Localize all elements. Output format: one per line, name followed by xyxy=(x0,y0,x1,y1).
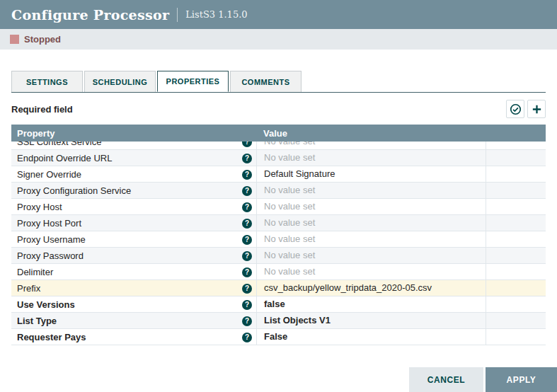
property-value[interactable]: False xyxy=(256,329,486,345)
property-name: Delimiter xyxy=(17,265,53,280)
question-circle-icon: ? xyxy=(242,284,252,294)
property-value[interactable]: false xyxy=(256,296,486,313)
property-value[interactable]: No value set xyxy=(256,215,486,231)
circle-check-icon xyxy=(510,103,522,115)
row-extra-cell xyxy=(486,313,546,329)
property-value[interactable]: No value set xyxy=(256,231,486,248)
property-cell: Proxy Password? xyxy=(11,248,256,264)
property-cell: Proxy Host? xyxy=(11,199,256,215)
column-header-property: Property xyxy=(11,128,256,139)
property-value[interactable]: No value set xyxy=(256,142,486,150)
table-row[interactable]: Delimiter?No value set xyxy=(11,264,546,280)
property-cell: Signer Override? xyxy=(11,166,256,183)
property-name: Use Versions xyxy=(17,297,75,313)
property-cell: Proxy Username? xyxy=(11,231,256,248)
question-circle-icon: ? xyxy=(242,267,252,277)
row-extra-cell xyxy=(486,199,546,215)
dialog-content: SETTINGSSCHEDULINGPROPERTIESCOMMENTS Req… xyxy=(0,71,557,345)
table-row[interactable]: Proxy Host?No value set xyxy=(11,199,546,215)
table-row[interactable]: Requester Pays?False xyxy=(11,329,546,345)
row-extra-cell xyxy=(486,231,546,248)
question-circle-icon: ? xyxy=(242,170,252,180)
table-row[interactable]: List Type?List Objects V1 xyxy=(11,313,546,329)
property-cell: Prefix? xyxy=(11,280,256,296)
table-row[interactable]: Signer Override?Default Signature xyxy=(11,166,546,183)
column-header-value: Value xyxy=(256,128,486,139)
row-extra-cell xyxy=(486,248,546,264)
property-name: Proxy Username xyxy=(17,232,86,248)
table-row[interactable]: Proxy Password?No value set xyxy=(11,248,546,264)
question-circle-icon: ? xyxy=(242,142,252,147)
property-value[interactable]: No value set xyxy=(256,183,486,199)
property-cell: Use Versions? xyxy=(11,296,256,313)
tab-scheduling[interactable]: SCHEDULING xyxy=(84,71,156,92)
property-value[interactable]: No value set xyxy=(256,248,486,264)
property-value[interactable]: No value set xyxy=(256,264,486,280)
apply-button[interactable]: APPLY xyxy=(486,367,557,392)
property-value[interactable]: csv_backup/yellow_tripdata_2020-05.csv xyxy=(256,280,486,296)
property-name: List Type xyxy=(17,313,57,329)
property-name: Proxy Host Port xyxy=(17,216,81,231)
table-row[interactable]: Proxy Configuration Service?No value set xyxy=(11,183,546,199)
cancel-button[interactable]: CANCEL xyxy=(409,367,483,392)
table-row[interactable]: Proxy Host Port?No value set xyxy=(11,215,546,231)
property-name: Signer Override xyxy=(17,167,81,183)
row-extra-cell xyxy=(486,296,546,313)
required-field-label: Required field xyxy=(11,104,73,115)
status-bar: Stopped xyxy=(0,29,557,50)
row-extra-cell xyxy=(486,264,546,280)
toolbar-icons xyxy=(506,100,546,118)
row-extra-cell xyxy=(486,183,546,199)
question-circle-icon: ? xyxy=(242,316,252,326)
add-property-button[interactable] xyxy=(527,100,546,118)
row-extra-cell xyxy=(486,215,546,231)
property-value[interactable]: Default Signature xyxy=(256,166,486,183)
property-cell: SSL Context Service? xyxy=(11,142,256,150)
row-extra-cell xyxy=(486,166,546,183)
question-circle-icon: ? xyxy=(242,154,252,163)
question-circle-icon: ? xyxy=(242,186,252,196)
row-extra-cell xyxy=(486,280,546,296)
table-row[interactable]: Endpoint Override URL?No value set xyxy=(11,150,546,166)
tab-settings[interactable]: SETTINGS xyxy=(11,71,83,92)
table-row[interactable]: Use Versions?false xyxy=(11,296,546,313)
row-extra-cell xyxy=(486,329,546,345)
stopped-square-icon xyxy=(10,35,19,44)
table-header: Property Value xyxy=(11,125,546,142)
verify-properties-button[interactable] xyxy=(506,100,524,118)
property-value[interactable]: List Objects V1 xyxy=(256,313,486,329)
property-name: Prefix xyxy=(17,281,40,296)
property-cell: Requester Pays? xyxy=(11,329,256,345)
processor-name-version: ListS3 1.15.0 xyxy=(185,9,247,20)
question-circle-icon: ? xyxy=(242,251,252,261)
properties-toolbar: Required field xyxy=(11,99,546,119)
property-cell: List Type? xyxy=(11,313,256,329)
tab-properties[interactable]: PROPERTIES xyxy=(157,71,229,92)
property-cell: Delimiter? xyxy=(11,264,256,280)
tab-bar: SETTINGSSCHEDULINGPROPERTIESCOMMENTS xyxy=(11,71,546,93)
dialog-title: Configure Processor xyxy=(11,7,169,23)
question-circle-icon: ? xyxy=(242,300,252,310)
property-value[interactable]: No value set xyxy=(256,150,486,166)
properties-table: Property Value SSL Context Service?No va… xyxy=(11,125,546,345)
question-circle-icon: ? xyxy=(242,235,252,245)
plus-icon xyxy=(531,103,543,115)
property-name: Requester Pays xyxy=(17,330,86,345)
property-cell: Proxy Host Port? xyxy=(11,215,256,231)
tab-comments[interactable]: COMMENTS xyxy=(230,71,302,92)
status-label: Stopped xyxy=(24,34,61,45)
property-name: Proxy Password xyxy=(17,248,84,264)
property-cell: Proxy Configuration Service? xyxy=(11,183,256,199)
property-cell: Endpoint Override URL? xyxy=(11,150,256,166)
property-name: SSL Context Service xyxy=(17,142,101,150)
dialog-header: Configure Processor ListS3 1.15.0 xyxy=(0,0,557,29)
table-row[interactable]: Proxy Username?No value set xyxy=(11,231,546,248)
property-name: Proxy Configuration Service xyxy=(17,183,131,199)
row-extra-cell xyxy=(486,150,546,166)
table-row[interactable]: SSL Context Service?No value set xyxy=(11,142,546,150)
table-row[interactable]: Prefix?csv_backup/yellow_tripdata_2020-0… xyxy=(11,280,546,296)
question-circle-icon: ? xyxy=(242,202,252,212)
title-separator xyxy=(177,8,178,22)
property-value[interactable]: No value set xyxy=(256,199,486,215)
property-name: Proxy Host xyxy=(17,200,62,215)
